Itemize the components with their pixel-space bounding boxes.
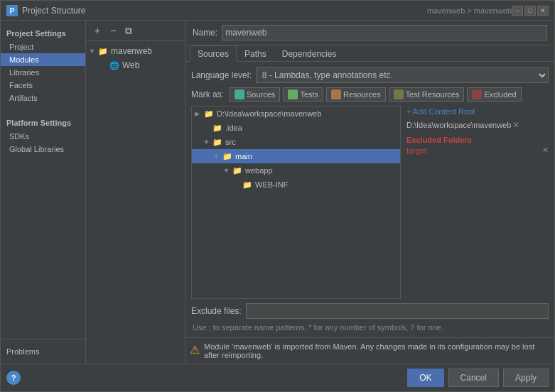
- exclude-files-input[interactable]: [246, 303, 549, 319]
- ft-root-label: D:\Idea\workspace\mavenweb: [217, 109, 321, 118]
- add-content-root-button[interactable]: + Add Content Root: [406, 106, 549, 117]
- maximize-button[interactable]: □: [524, 6, 536, 16]
- content-split: ▶ 📁 D:\Idea\workspace\mavenweb 📁 .idea ▼…: [191, 106, 549, 299]
- test-resources-mark-label: Test Resources: [406, 90, 460, 99]
- tests-mark-label: Tests: [300, 90, 318, 99]
- exclude-hint: Use ; to separate name patterns, * for a…: [191, 323, 549, 332]
- apply-button[interactable]: Apply: [503, 369, 549, 387]
- help-button[interactable]: ?: [6, 371, 21, 385]
- excluded-section: Excluded Folders target ✕: [406, 136, 549, 155]
- mark-as-label: Mark as:: [191, 89, 224, 99]
- warning-row: ⚠ Module 'mavenweb' is imported from Mav…: [185, 337, 554, 364]
- app-icon: P: [6, 5, 18, 16]
- mark-resources-button[interactable]: Resources: [326, 87, 386, 102]
- resources-mark-label: Resources: [343, 90, 381, 99]
- svg-text:P: P: [10, 7, 15, 15]
- tab-sources[interactable]: Sources: [190, 45, 237, 62]
- bottom-bar: ? OK Cancel Apply: [1, 364, 554, 391]
- right-panel: Name: Sources Paths Dependencies Languag…: [185, 21, 554, 364]
- window-controls: – □ ✕: [512, 6, 549, 16]
- mark-excluded-button[interactable]: Excluded: [467, 87, 521, 102]
- ft-idea-label: .idea: [225, 124, 242, 132]
- remove-excluded-button[interactable]: ✕: [542, 146, 549, 155]
- ft-arrow: ▼: [223, 167, 232, 174]
- sidebar-item-artifacts[interactable]: Artifacts: [1, 92, 85, 104]
- ft-main-label: main: [235, 152, 252, 160]
- minimize-button[interactable]: –: [512, 6, 523, 16]
- exclude-files-row: Exclude files:: [191, 303, 549, 319]
- project-settings-section: Project Settings Project Modules Librari…: [1, 21, 85, 110]
- web-icon: 🌐: [109, 60, 120, 71]
- warning-icon: ⚠: [190, 343, 200, 356]
- web-label: Web: [122, 60, 139, 70]
- title-bar: P Project Structure mavenweb > mavenweb …: [1, 1, 554, 21]
- file-tree-panel: ▶ 📁 D:\Idea\workspace\mavenweb 📁 .idea ▼…: [191, 106, 401, 299]
- ft-webinf-label: WEB-INF: [255, 180, 288, 189]
- warning-text: Module 'mavenweb' is imported from Maven…: [204, 342, 550, 359]
- language-row: Language level: 8 - Lambdas, type annota…: [191, 67, 549, 83]
- excluded-title: Excluded Folders: [406, 136, 549, 144]
- ft-arrow: ▼: [203, 138, 212, 146]
- mark-sources-button[interactable]: Sources: [230, 87, 280, 102]
- add-module-button[interactable]: +: [90, 23, 104, 38]
- problems-section: Problems: [1, 339, 85, 364]
- platform-settings-section: Platform Settings SDKs Global Libraries: [1, 110, 85, 161]
- file-tree-src[interactable]: ▼ 📁 src: [192, 135, 400, 149]
- remove-root-button[interactable]: ✕: [512, 120, 519, 130]
- file-tree-idea[interactable]: 📁 .idea: [192, 121, 400, 135]
- test-resources-mark-icon: [394, 89, 404, 99]
- mark-as-row: Mark as: Sources Tests Resources: [191, 87, 549, 102]
- folder-icon: 📁: [212, 122, 223, 134]
- tab-bar: Sources Paths Dependencies: [185, 45, 554, 62]
- folder-icon: 📁: [222, 151, 233, 162]
- resources-mark-icon: [331, 89, 341, 99]
- folder-icon: 📁: [242, 179, 253, 190]
- ft-arrow: ▶: [195, 110, 203, 117]
- file-tree-webinf[interactable]: 📁 WEB-INF: [192, 178, 400, 192]
- ft-src-label: src: [225, 138, 236, 146]
- excluded-item: target ✕: [406, 146, 549, 155]
- sidebar-item-global-libraries[interactable]: Global Libraries: [1, 143, 85, 156]
- sidebar-item-problems[interactable]: Problems: [6, 345, 80, 358]
- project-structure-dialog: P Project Structure mavenweb > mavenweb …: [0, 0, 555, 392]
- tests-mark-icon: [288, 89, 298, 99]
- tab-paths[interactable]: Paths: [237, 45, 274, 62]
- sidebar-item-modules[interactable]: Modules: [1, 53, 85, 66]
- module-tree-root[interactable]: ▼ 📁 mavenweb: [86, 44, 185, 58]
- close-button[interactable]: ✕: [537, 6, 549, 16]
- name-row: Name:: [185, 21, 554, 45]
- language-label: Language level:: [191, 70, 252, 80]
- copy-module-button[interactable]: ⧉: [122, 23, 136, 38]
- excluded-item-label: target: [406, 146, 426, 155]
- platform-settings-header: Platform Settings: [1, 116, 85, 130]
- ft-webapp-label: webapp: [245, 166, 273, 175]
- mark-tests-button[interactable]: Tests: [283, 87, 323, 102]
- file-tree-webapp[interactable]: ▼ 📁 webapp: [192, 163, 400, 178]
- center-panel: + − ⧉ ▼ 📁 mavenweb 🌐 Web: [86, 21, 185, 364]
- name-input[interactable]: [222, 25, 547, 40]
- breadcrumb-path: mavenweb > mavenweb: [427, 6, 512, 15]
- folder-icon: 📁: [232, 165, 243, 176]
- root-path: D:\Idea\workspace\mavenweb: [406, 121, 511, 129]
- module-root-label: mavenweb: [111, 46, 152, 56]
- project-settings-header: Project Settings: [1, 26, 85, 40]
- sidebar-item-sdks[interactable]: SDKs: [1, 130, 85, 143]
- sidebar-item-facets[interactable]: Facets: [1, 79, 85, 92]
- ok-button[interactable]: OK: [407, 369, 443, 387]
- module-toolbar: + − ⧉: [86, 21, 185, 41]
- cancel-button[interactable]: Cancel: [448, 369, 499, 387]
- remove-module-button[interactable]: −: [106, 23, 120, 38]
- folder-icon: 📁: [212, 136, 223, 148]
- tab-content-sources: Language level: 8 - Lambdas, type annota…: [185, 62, 554, 337]
- folder-icon: 📁: [203, 108, 215, 119]
- mark-test-resources-button[interactable]: Test Resources: [389, 87, 465, 102]
- content-root-panel: + Add Content Root D:\Idea\workspace\mav…: [406, 106, 549, 299]
- sidebar-item-project[interactable]: Project: [1, 40, 85, 53]
- tree-arrow: ▼: [89, 48, 97, 55]
- file-tree-root[interactable]: ▶ 📁 D:\Idea\workspace\mavenweb: [192, 107, 400, 121]
- module-tree-web[interactable]: 🌐 Web: [86, 58, 185, 72]
- file-tree-main[interactable]: ▼ 📁 main: [192, 149, 400, 163]
- sidebar-item-libraries[interactable]: Libraries: [1, 66, 85, 79]
- language-select[interactable]: 8 - Lambdas, type annotations etc.: [256, 67, 549, 83]
- tab-dependencies[interactable]: Dependencies: [274, 45, 345, 62]
